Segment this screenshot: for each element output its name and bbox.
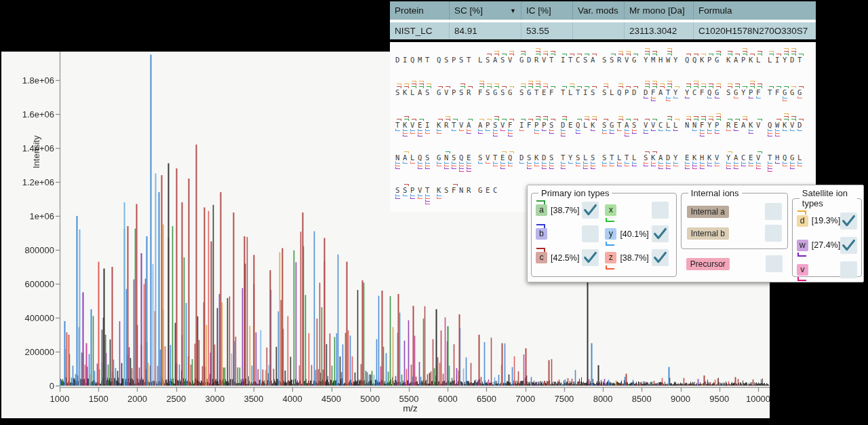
- residue-cell[interactable]: E: [500, 143, 508, 175]
- residue-cell[interactable]: C: [741, 143, 749, 175]
- residue-cell[interactable]: D: [790, 45, 797, 77]
- residue-cell[interactable]: W: [775, 110, 783, 143]
- residue-cell[interactable]: Q: [768, 110, 775, 143]
- checkbox-internal-a[interactable]: [765, 203, 782, 220]
- residue-cell[interactable]: A: [734, 45, 741, 77]
- residue-cell[interactable]: S: [500, 77, 508, 110]
- residue-cell[interactable]: H: [700, 143, 707, 175]
- residue-cell[interactable]: Y: [726, 143, 734, 175]
- residue-cell[interactable]: V: [459, 110, 467, 143]
- residue-cell[interactable]: R: [726, 110, 734, 143]
- checkbox-ion-b[interactable]: [582, 225, 599, 242]
- residue-cell[interactable]: K: [783, 110, 790, 143]
- residue-cell[interactable]: F: [775, 77, 783, 110]
- residue-cell[interactable]: S: [478, 143, 486, 175]
- residue-cell[interactable]: Y: [783, 45, 790, 77]
- residue-cell[interactable]: A: [478, 110, 486, 143]
- residue-cell[interactable]: V: [651, 110, 658, 143]
- checkbox-ion-z[interactable]: [652, 249, 669, 266]
- residue-cell[interactable]: K: [437, 175, 444, 208]
- residue-cell[interactable]: A: [741, 110, 749, 143]
- residue-cell[interactable]: T: [493, 143, 500, 175]
- residue-cell[interactable]: F: [700, 77, 707, 110]
- residue-cell[interactable]: R: [467, 77, 474, 110]
- residue-cell[interactable]: P: [741, 45, 749, 77]
- residue-cell[interactable]: D: [666, 143, 673, 175]
- residue-cell[interactable]: E: [685, 143, 692, 175]
- residue-cell[interactable]: V: [418, 175, 425, 208]
- residue-cell[interactable]: Q: [508, 143, 515, 175]
- residue-cell[interactable]: G: [437, 143, 444, 175]
- residue-cell[interactable]: D: [542, 143, 549, 175]
- residue-cell[interactable]: S: [726, 77, 734, 110]
- residue-cell[interactable]: K: [403, 110, 410, 143]
- residue-cell[interactable]: D: [519, 143, 527, 175]
- residue-cell[interactable]: Y: [707, 110, 715, 143]
- residue-cell[interactable]: Y: [673, 77, 681, 110]
- residue-cell[interactable]: N: [395, 143, 403, 175]
- residue-cell[interactable]: T: [610, 143, 617, 175]
- checkbox-internal-b[interactable]: [765, 225, 782, 242]
- residue-cell[interactable]: C: [658, 110, 666, 143]
- residue-cell[interactable]: T: [666, 77, 673, 110]
- residue-cell[interactable]: F: [651, 77, 658, 110]
- residue-cell[interactable]: I: [403, 45, 410, 77]
- residue-cell[interactable]: I: [561, 45, 568, 77]
- residue-cell[interactable]: I: [583, 77, 591, 110]
- residue-cell[interactable]: Q: [692, 45, 700, 77]
- residue-cell[interactable]: A: [467, 110, 474, 143]
- residue-cell[interactable]: S: [610, 45, 617, 77]
- residue-cell[interactable]: R: [617, 45, 625, 77]
- checkbox-ion-c[interactable]: [582, 249, 599, 266]
- residue-cell[interactable]: V: [625, 45, 632, 77]
- residue-cell[interactable]: L: [797, 143, 805, 175]
- residue-cell[interactable]: K: [700, 45, 707, 77]
- residue-cell[interactable]: F: [527, 110, 534, 143]
- column-header-mr-mono[interactable]: Mr mono [Da]: [625, 1, 694, 20]
- residue-cell[interactable]: G: [734, 77, 741, 110]
- checkbox-ion-w[interactable]: [840, 237, 857, 254]
- residue-cell[interactable]: T: [617, 110, 625, 143]
- residue-cell[interactable]: L: [410, 77, 418, 110]
- residue-cell[interactable]: K: [749, 110, 756, 143]
- residue-cell[interactable]: T: [561, 143, 568, 175]
- residue-cell[interactable]: V: [790, 110, 797, 143]
- column-header-ic[interactable]: IC [%]: [521, 1, 573, 20]
- residue-cell[interactable]: F: [452, 175, 459, 208]
- residue-cell[interactable]: S: [403, 175, 410, 208]
- residue-cell[interactable]: F: [478, 77, 486, 110]
- residue-cell[interactable]: D: [561, 110, 568, 143]
- residue-cell[interactable]: D: [632, 77, 639, 110]
- residue-cell[interactable]: Y: [673, 45, 681, 77]
- residue-cell[interactable]: Q: [410, 45, 418, 77]
- residue-cell[interactable]: M: [418, 45, 425, 77]
- residue-cell[interactable]: E: [418, 110, 425, 143]
- residue-cell[interactable]: E: [568, 110, 576, 143]
- residue-cell[interactable]: S: [452, 143, 459, 175]
- residue-cell[interactable]: A: [734, 143, 741, 175]
- residue-cell[interactable]: S: [576, 143, 583, 175]
- residue-cell[interactable]: S: [395, 77, 403, 110]
- residue-cell[interactable]: S: [527, 143, 534, 175]
- residue-cell[interactable]: P: [542, 110, 549, 143]
- residue-cell[interactable]: A: [418, 77, 425, 110]
- residue-cell[interactable]: K: [437, 110, 444, 143]
- residue-cell[interactable]: L: [617, 143, 625, 175]
- table-row[interactable]: NIST_LC 84.91 53.55 23113.3042 C1020H157…: [390, 22, 816, 39]
- residue-cell[interactable]: S: [486, 45, 493, 77]
- residue-cell[interactable]: T: [768, 77, 775, 110]
- residue-cell[interactable]: W: [666, 45, 673, 77]
- residue-cell[interactable]: S: [644, 143, 651, 175]
- residue-cell[interactable]: K: [707, 143, 715, 175]
- residue-cell[interactable]: F: [700, 110, 707, 143]
- residue-cell[interactable]: Q: [576, 110, 583, 143]
- residue-cell[interactable]: N: [459, 175, 467, 208]
- residue-cell[interactable]: K: [534, 143, 542, 175]
- residue-cell[interactable]: S: [459, 45, 467, 77]
- residue-cell[interactable]: G: [437, 77, 444, 110]
- residue-cell[interactable]: T: [395, 110, 403, 143]
- sort-descending-icon[interactable]: ▼: [510, 7, 516, 14]
- residue-cell[interactable]: P: [452, 45, 459, 77]
- residue-cell[interactable]: Y: [685, 77, 692, 110]
- residue-cell[interactable]: D: [527, 45, 534, 77]
